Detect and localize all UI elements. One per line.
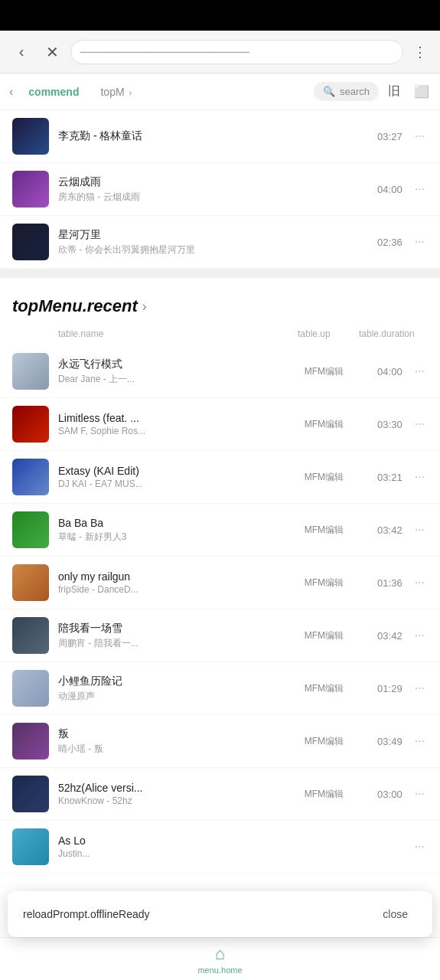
- browser-bar: ‹ ✕ ──────────────────────── ⋮: [0, 31, 440, 74]
- song-subtitle: fripSide - DanceD...: [58, 584, 295, 595]
- song-more-button[interactable]: ···: [412, 837, 428, 857]
- song-more-button[interactable]: ···: [412, 467, 428, 487]
- song-thumbnail: [12, 224, 49, 260]
- recent-song-item[interactable]: Ba Ba Ba 草蜢 - 新好男人3 MFM编辑 03:42 ···: [0, 504, 440, 557]
- song-title: Extasy (KAI Edit): [58, 465, 295, 477]
- song-info: only my railgun fripSide - DanceD...: [58, 570, 295, 595]
- recent-song-item[interactable]: 永远飞行模式 Dear Jane - 上一... MFM编辑 04:00 ···: [0, 345, 440, 398]
- song-title: Limitless (feat. ...: [58, 412, 295, 424]
- song-info: 云烟成雨 房东的猫 - 云烟成雨: [58, 175, 368, 204]
- recent-song-item[interactable]: only my railgun fripSide - DanceD... MFM…: [0, 557, 440, 609]
- song-thumbnail: [12, 564, 49, 601]
- song-uploader: MFM编辑: [305, 788, 358, 801]
- song-thumbnail: [12, 353, 49, 390]
- view-icon-old[interactable]: 旧: [382, 80, 406, 104]
- song-thumbnail: [12, 171, 49, 207]
- song-subtitle: KnowKnow - 52hz: [58, 795, 295, 806]
- section-divider: [0, 269, 440, 278]
- song-uploader: MFM编辑: [305, 365, 358, 378]
- song-more-button[interactable]: ···: [412, 573, 428, 593]
- song-subtitle: 草蜢 - 新好男人3: [58, 531, 295, 544]
- song-title: 云烟成雨: [58, 175, 368, 189]
- song-uploader: MFM编辑: [305, 418, 358, 431]
- song-subtitle: SAM F, Sophie Ros...: [58, 426, 295, 436]
- song-title: 52hz(Alice versi...: [58, 782, 295, 794]
- tab-commend[interactable]: commend: [19, 81, 88, 103]
- section-chevron[interactable]: ›: [142, 299, 147, 315]
- offline-close-button[interactable]: close: [373, 903, 417, 925]
- song-uploader: MFM编辑: [305, 471, 358, 484]
- table-header: table.name table.up table.duration: [0, 325, 440, 345]
- tab-topmenu[interactable]: topM ›: [91, 81, 141, 103]
- song-uploader: MFM编辑: [305, 629, 358, 642]
- song-item[interactable]: 星河万里 欣蒂 - 你会长出羽翼拥抱星河万里 02:36 ···: [0, 216, 440, 269]
- column-name: table.name: [58, 328, 298, 339]
- song-duration: 03:30: [367, 419, 403, 430]
- back-button[interactable]: ‹: [9, 40, 34, 64]
- song-duration: 03:42: [367, 524, 403, 536]
- song-subtitle: DJ KAI - EA7 MUS...: [58, 479, 295, 489]
- song-more-button[interactable]: ···: [412, 179, 428, 199]
- song-more-button[interactable]: ···: [412, 232, 428, 252]
- recent-song-item[interactable]: As Lo Justin... ···: [0, 821, 440, 874]
- song-more-button[interactable]: ···: [412, 126, 428, 146]
- song-info: Extasy (KAI Edit) DJ KAI - EA7 MUS...: [58, 465, 295, 489]
- song-duration: 03:49: [367, 736, 403, 747]
- song-title: Ba Ba Ba: [58, 517, 295, 529]
- song-thumbnail: [12, 511, 49, 548]
- song-more-button[interactable]: ···: [412, 520, 428, 540]
- song-title: 陪我看一场雪: [58, 622, 295, 635]
- song-more-button[interactable]: ···: [412, 361, 428, 381]
- song-duration: 03:27: [377, 131, 403, 142]
- recent-song-item[interactable]: Limitless (feat. ... SAM F, Sophie Ros..…: [0, 398, 440, 451]
- song-thumbnail: [12, 776, 49, 812]
- song-more-button[interactable]: ···: [412, 414, 428, 434]
- song-item[interactable]: 云烟成雨 房东的猫 - 云烟成雨 04:00 ···: [0, 163, 440, 216]
- recent-song-item[interactable]: 52hz(Alice versi... KnowKnow - 52hz MFM编…: [0, 768, 440, 821]
- search-bar[interactable]: 🔍 search: [314, 82, 379, 101]
- recent-section-header: topMenu.recent ›: [0, 278, 440, 325]
- more-button[interactable]: ⋮: [409, 41, 431, 63]
- song-thumbnail: [12, 670, 49, 707]
- recent-song-item[interactable]: Extasy (KAI Edit) DJ KAI - EA7 MUS... MF…: [0, 451, 440, 504]
- url-bar[interactable]: ────────────────────────: [70, 40, 403, 64]
- home-label: menu.home: [197, 965, 242, 975]
- close-button[interactable]: ✕: [40, 40, 64, 64]
- song-info: 陪我看一场雪 周鹏宵 - 陪我看一...: [58, 622, 295, 650]
- song-item[interactable]: 李克勤 - 格林童话 03:27 ···: [0, 110, 440, 163]
- song-subtitle: Justin...: [58, 848, 403, 859]
- song-duration: 03:42: [367, 630, 403, 642]
- song-uploader: MFM编辑: [305, 682, 358, 695]
- song-duration: 01:36: [367, 577, 403, 589]
- song-subtitle: 欣蒂 - 你会长出羽翼拥抱星河万里: [58, 243, 368, 256]
- song-subtitle: 晴小瑶 - 叛: [58, 743, 295, 756]
- recent-song-item[interactable]: 叛 晴小瑶 - 叛 MFM编辑 03:49 ···: [0, 715, 440, 768]
- song-more-button[interactable]: ···: [412, 626, 428, 645]
- tab-prev-button[interactable]: ‹: [6, 85, 16, 99]
- song-title: 叛: [58, 727, 295, 741]
- song-more-button[interactable]: ···: [412, 678, 428, 698]
- song-more-button[interactable]: ···: [412, 731, 428, 751]
- song-thumbnail: [12, 828, 49, 865]
- recent-song-item[interactable]: 小鲤鱼历险记 动漫原声 MFM编辑 01:29 ···: [0, 662, 440, 715]
- song-thumbnail: [12, 723, 49, 760]
- nav-home[interactable]: ⌂ menu.home: [197, 944, 242, 975]
- song-duration: 03:00: [367, 789, 403, 800]
- tab-bar: ‹ commend topM › 🔍 search 旧 ⬜: [0, 74, 440, 110]
- song-thumbnail: [12, 406, 49, 443]
- recent-song-item[interactable]: 陪我看一场雪 周鹏宵 - 陪我看一... MFM编辑 03:42 ···: [0, 609, 440, 662]
- song-more-button[interactable]: ···: [412, 784, 428, 804]
- song-duration: 01:29: [367, 683, 403, 694]
- bottom-nav: ⌂ menu.home: [0, 937, 440, 980]
- status-bar: [0, 0, 440, 31]
- song-info: 小鲤鱼历险记 动漫原声: [58, 675, 295, 703]
- song-duration: 03:21: [367, 472, 403, 483]
- recent-song-list: 永远飞行模式 Dear Jane - 上一... MFM编辑 04:00 ···…: [0, 345, 440, 874]
- song-title: only my railgun: [58, 570, 295, 583]
- view-icon-grid[interactable]: ⬜: [409, 80, 434, 104]
- column-duration: table.duration: [359, 328, 405, 339]
- offline-text: reloadPrompt.offlineReady: [23, 908, 150, 920]
- top-song-list: 李克勤 - 格林童话 03:27 ··· 云烟成雨 房东的猫 - 云烟成雨 04…: [0, 110, 440, 269]
- song-subtitle: 动漫原声: [58, 690, 295, 703]
- song-info: Limitless (feat. ... SAM F, Sophie Ros..…: [58, 412, 295, 436]
